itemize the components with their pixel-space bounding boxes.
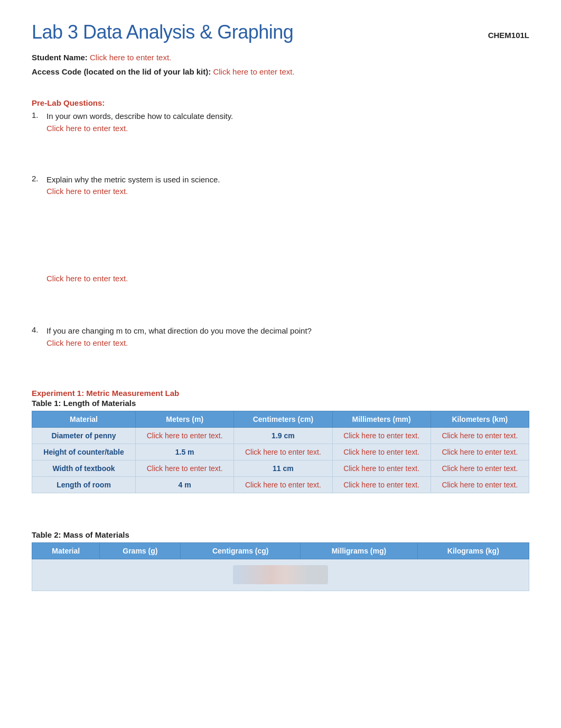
question-4-num: 4.: [32, 325, 46, 334]
student-name-row: Student Name: Click here to enter text.: [32, 53, 529, 62]
spacer-4: [32, 288, 529, 325]
table1-cell-cm: 11 cm: [234, 460, 332, 476]
table1-cell-material: Height of counter/table: [32, 444, 136, 460]
question-2-answer[interactable]: Click here to enter text.: [46, 187, 220, 196]
table2-title: Table 2: Mass of Materials: [32, 530, 529, 539]
question-2-text: Explain why the metric system is used in…: [46, 175, 220, 184]
question-1-answer[interactable]: Click here to enter text.: [46, 124, 233, 133]
question-1: 1. In your own words, describe how to ca…: [32, 110, 529, 133]
table1-cell-km[interactable]: Click here to enter text.: [431, 427, 529, 444]
table-row: Length of room4 mClick here to enter tex…: [32, 476, 529, 493]
table1-header-row: Material Meters (m) Centimeters (cm) Mil…: [32, 411, 529, 427]
table-row: Height of counter/table1.5 mClick here t…: [32, 444, 529, 460]
table1-cell-mm[interactable]: Click here to enter text.: [332, 476, 431, 493]
table1-cell-meters: 1.5 m: [136, 444, 234, 460]
table-row: Diameter of pennyClick here to enter tex…: [32, 427, 529, 444]
table2-header-row: Material Grams (g) Centigrams (cg) Milli…: [32, 542, 529, 559]
table2-col-kg: Kilograms (kg): [417, 542, 529, 559]
table1-col-mm: Millimeters (mm): [332, 411, 431, 427]
table1-cell-mm[interactable]: Click here to enter text.: [332, 427, 431, 444]
table1-col-meters: Meters (m): [136, 411, 234, 427]
table1-cell-meters: 4 m: [136, 476, 234, 493]
table1-cell-meters[interactable]: Click here to enter text.: [136, 427, 234, 444]
table2-col-material: Material: [32, 542, 100, 559]
table1-cell-mm[interactable]: Click here to enter text.: [332, 444, 431, 460]
prelab-section-title: Pre-Lab Questions:: [32, 98, 529, 107]
question-2: 2. Explain why the metric system is used…: [32, 174, 529, 196]
table1-col-km: Kilometers (km): [431, 411, 529, 427]
table2: Material Grams (g) Centigrams (cg) Milli…: [32, 542, 529, 591]
question-4-text: If you are changing m to cm, what direct…: [46, 326, 312, 335]
table2-watermark-row: [32, 559, 529, 591]
table1-cell-material: Length of room: [32, 476, 136, 493]
table1-cell-material: Width of textbook: [32, 460, 136, 476]
table1-cell-meters[interactable]: Click here to enter text.: [136, 460, 234, 476]
table1-cell-km[interactable]: Click here to enter text.: [431, 460, 529, 476]
table2-col-grams: Grams (g): [100, 542, 181, 559]
table1-cell-mm[interactable]: Click here to enter text.: [332, 460, 431, 476]
orphan-entry[interactable]: Click here to enter text.: [46, 274, 529, 283]
table1-cell-cm[interactable]: Click here to enter text.: [234, 444, 332, 460]
questions-list: 1. In your own words, describe how to ca…: [32, 110, 529, 347]
table2-col-cg: Centigrams (cg): [181, 542, 301, 559]
access-code-entry[interactable]: Click here to enter text.: [213, 67, 294, 76]
question-1-num: 1.: [32, 110, 46, 119]
table1-cell-km[interactable]: Click here to enter text.: [431, 444, 529, 460]
access-code-label: Access Code (located on the lid of your …: [32, 67, 211, 76]
table1-cell-material: Diameter of penny: [32, 427, 136, 444]
question-1-text: In your own words, describe how to calcu…: [46, 112, 233, 121]
question-4-answer[interactable]: Click here to enter text.: [46, 338, 312, 347]
page-title: Lab 3 Data Analysis & Graphing: [32, 21, 293, 43]
experiment1-title: Experiment 1: Metric Measurement Lab: [32, 389, 529, 398]
watermark-image: [233, 565, 328, 584]
table1: Material Meters (m) Centimeters (cm) Mil…: [32, 411, 529, 493]
spacer-3: [32, 237, 529, 274]
access-code-row: Access Code (located on the lid of your …: [32, 67, 529, 76]
table1-cell-cm[interactable]: Click here to enter text.: [234, 476, 332, 493]
table1-cell-km[interactable]: Click here to enter text.: [431, 476, 529, 493]
table2-section: Table 2: Mass of Materials Material Gram…: [32, 530, 529, 591]
page-header: CHEM101L Lab 3 Data Analysis & Graphing: [32, 21, 529, 43]
table-row: Width of textbookClick here to enter tex…: [32, 460, 529, 476]
course-code: CHEM101L: [488, 31, 529, 40]
question-4: 4. If you are changing m to cm, what dir…: [32, 325, 529, 347]
question-2-num: 2.: [32, 174, 46, 183]
student-name-entry[interactable]: Click here to enter text.: [90, 53, 171, 62]
table1-title: Table 1: Length of Materials: [32, 399, 529, 408]
spacer-1: [32, 137, 529, 174]
student-name-label: Student Name:: [32, 53, 88, 62]
table1-col-material: Material: [32, 411, 136, 427]
spacer-2: [32, 200, 529, 237]
table1-col-cm: Centimeters (cm): [234, 411, 332, 427]
table2-watermark-cell: [32, 559, 529, 591]
table2-col-mg: Milligrams (mg): [301, 542, 417, 559]
table1-cell-cm: 1.9 cm: [234, 427, 332, 444]
